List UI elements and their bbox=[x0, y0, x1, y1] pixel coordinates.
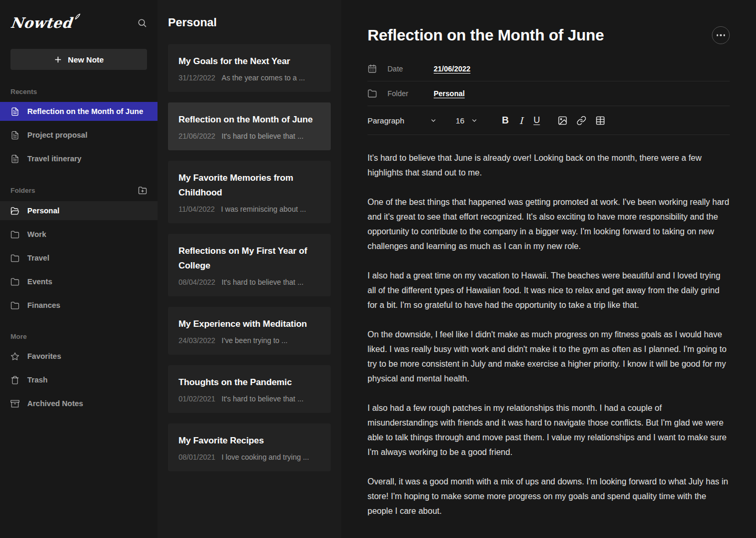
note-card-date: 31/12/2022 bbox=[178, 74, 215, 82]
note-card-meta: 21/06/2022 It's hard to believe that ... bbox=[178, 132, 320, 140]
recents-list: Reflection on the Month of June Project … bbox=[0, 102, 158, 168]
note-icon bbox=[10, 131, 19, 140]
sidebar-item-label: Travel itinerary bbox=[27, 154, 81, 163]
ellipsis-icon bbox=[717, 34, 719, 36]
folder-row: Folder Personal bbox=[368, 81, 730, 106]
sidebar-item-label: Work bbox=[27, 230, 46, 239]
sidebar-item-label: Personal bbox=[27, 206, 59, 215]
sidebar-item[interactable]: Travel itinerary bbox=[0, 149, 158, 168]
recents-label: Recents bbox=[10, 88, 37, 96]
note-card-title: My Goals for the Next Year bbox=[178, 54, 320, 69]
sidebar-item[interactable]: Travel bbox=[0, 249, 158, 267]
note-card-title: My Favorite Recipes bbox=[178, 433, 320, 448]
note-card-title: Thoughts on the Pandemic bbox=[178, 375, 320, 390]
note-card-meta: 08/04/2022 It's hard to believe that ... bbox=[178, 278, 320, 286]
note-card[interactable]: My Favorite Recipes 08/01/2021 I love co… bbox=[168, 423, 331, 471]
sidebar-item-label: Events bbox=[27, 277, 52, 286]
note-card[interactable]: My Experience with Meditation 24/03/2022… bbox=[168, 307, 331, 355]
note-icon bbox=[10, 107, 19, 116]
trash-icon bbox=[10, 376, 19, 385]
note-paragraph: Overall, it was a good month with a mix … bbox=[368, 474, 731, 519]
recents-section: Recents Reflection on the Month of June … bbox=[0, 88, 158, 168]
sidebar-item[interactable]: Personal bbox=[0, 201, 158, 220]
note-card-preview: I've been trying to ... bbox=[222, 336, 288, 345]
folder-value[interactable]: Personal bbox=[434, 89, 465, 98]
sidebar-item[interactable]: Finances bbox=[0, 296, 158, 315]
font-size-value: 16 bbox=[456, 116, 465, 125]
bold-button[interactable]: B bbox=[501, 114, 510, 127]
note-card[interactable]: Reflections on My First Year of College … bbox=[168, 234, 331, 296]
note-card-meta: 24/03/2022 I've been trying to ... bbox=[178, 336, 320, 345]
search-button[interactable] bbox=[137, 18, 147, 28]
note-card[interactable]: My Favorite Memories from Childhood 11/0… bbox=[168, 161, 331, 223]
date-row: Date 21/06/2022 bbox=[368, 57, 730, 81]
sidebar-item[interactable]: Favorites bbox=[0, 347, 158, 366]
sidebar-item[interactable]: Events bbox=[0, 272, 158, 291]
folder-icon bbox=[10, 254, 19, 263]
note-card-title: My Experience with Meditation bbox=[178, 317, 320, 332]
app-logo[interactable]: Nowted bbox=[10, 15, 81, 31]
note-paragraph: One of the best things that happened was… bbox=[368, 195, 731, 254]
sidebar-item-label: Project proposal bbox=[27, 131, 87, 139]
sidebar-item-label: Reflection on the Month of June bbox=[27, 107, 143, 116]
app-logo-text: Nowted bbox=[9, 15, 73, 31]
note-paragraph: I also had a great time on my vacation t… bbox=[368, 268, 731, 313]
note-card-preview: I was reminiscing about ... bbox=[221, 205, 306, 213]
note-list-title: Personal bbox=[168, 16, 331, 29]
sidebar-item[interactable]: Project proposal bbox=[0, 126, 158, 144]
sidebar-item-label: Travel bbox=[27, 254, 49, 262]
note-card-title: Reflection on the Month of June bbox=[178, 112, 320, 127]
sidebar-item[interactable]: Reflection on the Month of June bbox=[0, 102, 158, 121]
plus-icon bbox=[54, 55, 62, 64]
add-folder-button[interactable] bbox=[138, 186, 147, 195]
note-card-preview: It's hard to believe that ... bbox=[222, 132, 303, 140]
link-icon bbox=[576, 116, 586, 126]
archive-icon bbox=[10, 399, 19, 408]
underline-button[interactable]: U bbox=[532, 114, 541, 127]
divider bbox=[368, 134, 730, 135]
sidebar: Nowted New Note Recents Refle bbox=[0, 0, 158, 538]
note-card-date: 01/02/2021 bbox=[178, 395, 215, 403]
new-note-label: New Note bbox=[68, 55, 103, 64]
folder-icon bbox=[10, 277, 19, 286]
note-card[interactable]: Reflection on the Month of June 21/06/20… bbox=[168, 102, 331, 150]
chevron-down-icon bbox=[430, 117, 437, 124]
date-value[interactable]: 21/06/2022 bbox=[434, 65, 470, 73]
note-paragraph: It's hard to believe that June is alread… bbox=[368, 151, 731, 180]
paragraph-style-value: Paragraph bbox=[368, 116, 404, 125]
note-card-date: 11/04/2022 bbox=[178, 205, 215, 213]
image-icon bbox=[558, 116, 568, 126]
note-card-meta: 11/04/2022 I was reminiscing about ... bbox=[178, 205, 320, 213]
date-label: Date bbox=[387, 65, 434, 73]
table-icon bbox=[595, 116, 605, 126]
note-card[interactable]: Thoughts on the Pandemic 01/02/2021 It's… bbox=[168, 365, 331, 413]
folders-list: Personal Work Travel Events Finances bbox=[0, 201, 158, 315]
note-list: My Goals for the Next Year 31/12/2022 As… bbox=[168, 44, 331, 471]
new-note-button[interactable]: New Note bbox=[10, 49, 147, 70]
note-card-preview: As the year comes to a ... bbox=[222, 74, 305, 82]
more-label: More bbox=[10, 333, 27, 340]
note-card-meta: 08/01/2021 I love cooking and trying ... bbox=[178, 453, 320, 461]
folder-label: Folder bbox=[387, 89, 434, 98]
note-card-date: 21/06/2022 bbox=[178, 132, 215, 140]
sidebar-item[interactable]: Trash bbox=[0, 370, 158, 389]
note-options-button[interactable] bbox=[712, 26, 730, 44]
font-size-select[interactable]: 16 bbox=[456, 116, 478, 125]
editor-panel: Reflection on the Month of June Date 21/… bbox=[341, 0, 756, 538]
note-card-meta: 01/02/2021 It's hard to believe that ... bbox=[178, 395, 320, 403]
note-paragraph: I also had a few rough patches in my rel… bbox=[368, 401, 731, 460]
insert-image-button[interactable] bbox=[556, 115, 569, 127]
sidebar-item[interactable]: Archived Notes bbox=[0, 394, 158, 413]
note-card-title: Reflections on My First Year of College bbox=[178, 244, 320, 273]
note-body-editor[interactable]: It's hard to believe that June is alread… bbox=[368, 151, 731, 519]
sidebar-item-label: Trash bbox=[27, 376, 48, 384]
folders-label: Folders bbox=[10, 187, 35, 194]
calendar-icon bbox=[368, 64, 377, 74]
insert-link-button[interactable] bbox=[575, 115, 587, 127]
more-section: More Favorites Trash Archived Notes bbox=[0, 333, 158, 413]
italic-button[interactable]: I bbox=[517, 114, 526, 127]
paragraph-style-select[interactable]: Paragraph bbox=[368, 116, 437, 125]
note-card[interactable]: My Goals for the Next Year 31/12/2022 As… bbox=[168, 44, 331, 92]
sidebar-item[interactable]: Work bbox=[0, 225, 158, 244]
insert-table-button[interactable] bbox=[594, 115, 606, 127]
